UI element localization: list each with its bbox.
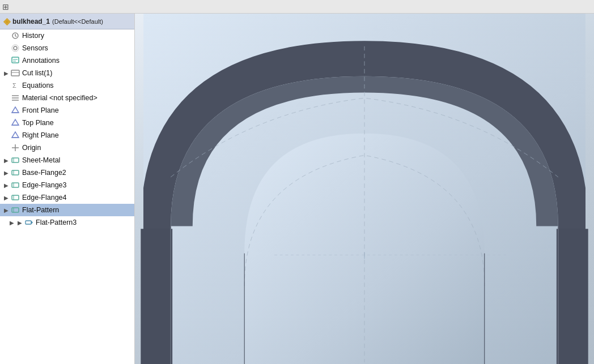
- part-title: bulkhead_1: [12, 18, 50, 25]
- label-sensors: Sensors: [22, 44, 48, 52]
- tree-item-sheetmetal[interactable]: ▶Sheet-Metal: [0, 154, 134, 166]
- svg-rect-3: [12, 57, 19, 63]
- part-icon: ◈: [3, 16, 10, 27]
- svg-marker-14: [12, 119, 19, 125]
- icon-annotation: [10, 55, 20, 66]
- icon-edgeflange: [10, 180, 20, 190]
- 3d-view: [135, 14, 594, 364]
- svg-point-1: [14, 46, 17, 50]
- tree-item-material[interactable]: Material <not specified>: [0, 92, 134, 104]
- tree-item-flatpattern3[interactable]: ▶▶Flat-Pattern3: [0, 216, 134, 229]
- svg-text:Σ: Σ: [12, 82, 16, 89]
- viewport: [135, 14, 594, 364]
- svg-rect-37: [557, 229, 588, 364]
- label-material: Material <not specified>: [22, 94, 97, 102]
- tree-item-edgeflange4[interactable]: ▶Edge-Flange4: [0, 191, 134, 204]
- svg-rect-26: [12, 195, 19, 200]
- tree-item-origin[interactable]: Origin: [0, 142, 134, 154]
- sidebar-header: ◈ bulkhead_1 (Default<<Default): [0, 14, 134, 29]
- tree-item-flatpattern[interactable]: ▶Flat-Pattern: [0, 204, 134, 216]
- icon-flange: [10, 168, 20, 178]
- label-flatpattern3: Flat-Pattern3: [36, 219, 77, 226]
- svg-rect-22: [12, 170, 19, 175]
- tree-item-history[interactable]: History: [0, 29, 134, 42]
- icon-history: [10, 31, 20, 41]
- svg-rect-36: [141, 229, 172, 364]
- svg-rect-6: [11, 70, 19, 76]
- label-edgeflange4: Edge-Flange4: [22, 194, 67, 202]
- expander-flatpattern[interactable]: ▶: [2, 207, 10, 213]
- expander-edgeflange3[interactable]: ▶: [2, 182, 10, 189]
- icon-plane: [10, 105, 20, 115]
- tree-item-frontplane[interactable]: Front Plane: [0, 104, 134, 117]
- expander-flatpattern3[interactable]: ▶: [8, 220, 16, 226]
- expander-sheetmetal[interactable]: ▶: [2, 157, 10, 164]
- icon-sensor: [10, 43, 20, 53]
- part-subtitle: (Default<<Default): [52, 18, 103, 25]
- label-flatpattern: Flat-Pattern: [22, 206, 59, 214]
- svg-marker-31: [31, 221, 33, 224]
- label-frontplane: Front Plane: [22, 106, 59, 114]
- svg-rect-30: [26, 221, 31, 224]
- label-history: History: [22, 32, 44, 40]
- filter-bar: ⊞: [0, 0, 594, 14]
- label-edgeflange3: Edge-Flange3: [22, 181, 67, 189]
- label-equations: Equations: [22, 82, 54, 89]
- icon-plane: [10, 118, 20, 128]
- sidebar: ◈ bulkhead_1 (Default<<Default) HistoryS…: [0, 14, 135, 364]
- icon-origin: [10, 143, 20, 153]
- icon-equation: Σ: [10, 80, 20, 91]
- icon-material: [10, 93, 20, 103]
- icon-flatpattern: [10, 205, 20, 215]
- tree-container: HistorySensorsAnnotations▶Cut list(1)ΣEq…: [0, 29, 134, 229]
- main-area: ◈ bulkhead_1 (Default<<Default) HistoryS…: [0, 14, 594, 364]
- expander-cutlist[interactable]: ▶: [2, 70, 10, 76]
- icon-flatpattern3: [24, 217, 34, 228]
- label-annotations: Annotations: [22, 57, 60, 65]
- svg-point-2: [12, 45, 19, 52]
- tree-item-equations[interactable]: ΣEquations: [0, 79, 134, 92]
- svg-rect-20: [12, 158, 19, 162]
- label-topplane: Top Plane: [22, 119, 54, 127]
- sub-expander-flatpattern3[interactable]: ▶: [16, 220, 24, 226]
- label-origin: Origin: [22, 144, 41, 152]
- icon-edgeflange: [10, 192, 20, 203]
- label-baseflange2: Base-Flange2: [22, 169, 66, 177]
- label-sheetmetal: Sheet-Metal: [22, 156, 60, 164]
- tree-item-cutlist[interactable]: ▶Cut list(1): [0, 67, 134, 79]
- svg-marker-16: [12, 132, 19, 138]
- filter-icon: ⊞: [2, 2, 9, 11]
- svg-marker-12: [12, 107, 19, 113]
- icon-sheetmetal: [10, 155, 20, 165]
- tree-item-sensors[interactable]: Sensors: [0, 42, 134, 54]
- tree-item-topplane[interactable]: Top Plane: [0, 117, 134, 129]
- svg-rect-28: [12, 208, 19, 212]
- icon-plane: [10, 130, 20, 140]
- label-rightplane: Right Plane: [22, 131, 59, 139]
- tree-item-edgeflange3[interactable]: ▶Edge-Flange3: [0, 179, 134, 191]
- svg-rect-24: [12, 183, 19, 187]
- expander-edgeflange4[interactable]: ▶: [2, 195, 10, 201]
- tree-item-rightplane[interactable]: Right Plane: [0, 129, 134, 142]
- expander-baseflange2[interactable]: ▶: [2, 170, 10, 176]
- tree-item-annotations[interactable]: Annotations: [0, 54, 134, 67]
- icon-cut: [10, 68, 20, 78]
- tree-item-baseflange2[interactable]: ▶Base-Flange2: [0, 166, 134, 179]
- label-cutlist: Cut list(1): [22, 69, 52, 77]
